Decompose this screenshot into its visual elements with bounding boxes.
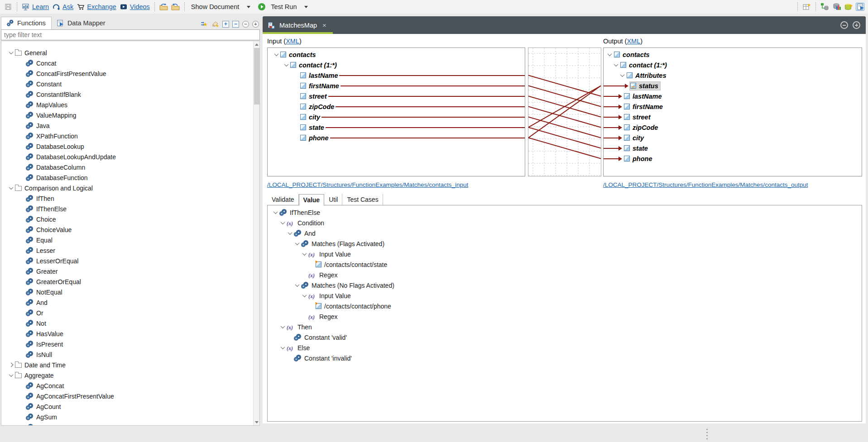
- perspective-icon[interactable]: [856, 3, 864, 11]
- chevron-icon[interactable]: [286, 230, 294, 237]
- value-tree-row[interactable]: Regex: [268, 270, 862, 280]
- expand-all-icon[interactable]: +: [222, 21, 229, 28]
- output-node-row[interactable]: lastName: [604, 91, 862, 101]
- zoom-out-icon[interactable]: −: [242, 21, 249, 28]
- value-tree-row[interactable]: Constant 'valid': [268, 332, 862, 342]
- output-node-row[interactable]: city: [604, 133, 862, 143]
- function-tree-row[interactable]: XPathFunction: [1, 131, 259, 141]
- chevron-icon[interactable]: [605, 51, 614, 58]
- output-node-row[interactable]: status: [604, 81, 862, 91]
- collapse-all-icon[interactable]: −: [232, 21, 239, 28]
- test-run-dropdown-icon[interactable]: [304, 6, 308, 8]
- zoom-in-icon[interactable]: +: [252, 21, 259, 28]
- function-tree-row[interactable]: AgCount: [1, 401, 259, 412]
- output-node-row[interactable]: state: [604, 143, 862, 153]
- input-node-row[interactable]: street: [268, 91, 525, 101]
- new-database-icon[interactable]: ★: [844, 3, 853, 11]
- value-tree-row[interactable]: Condition: [268, 218, 862, 228]
- output-node-row[interactable]: phone: [604, 153, 862, 164]
- value-tree-row[interactable]: And: [268, 228, 862, 238]
- output-node-row[interactable]: contact (1:*): [604, 60, 862, 70]
- scroll-up-icon[interactable]: [254, 41, 260, 48]
- save-icon[interactable]: [4, 3, 12, 11]
- mapping-line[interactable]: [328, 96, 525, 97]
- bottom-tab[interactable]: Validate: [267, 194, 299, 205]
- mapping-line[interactable]: [330, 138, 525, 138]
- function-tree-row[interactable]: ChoiceValue: [1, 224, 259, 235]
- function-tree-row[interactable]: Concat: [1, 58, 259, 68]
- chevron-icon[interactable]: [7, 361, 15, 369]
- chevron-icon[interactable]: [271, 209, 279, 216]
- value-tree-row[interactable]: Constant 'invalid': [268, 353, 862, 363]
- mapping-arrow[interactable]: [604, 122, 622, 133]
- function-tree-row[interactable]: IfThenElse: [1, 204, 259, 214]
- show-document-button[interactable]: Show Document: [191, 3, 239, 10]
- function-tree-row[interactable]: General: [1, 48, 259, 58]
- mapping-arrow[interactable]: [604, 91, 622, 101]
- function-tree-row[interactable]: Aggregate: [1, 370, 259, 380]
- chevron-icon[interactable]: [612, 62, 620, 69]
- function-tree-row[interactable]: DatabaseFunction: [1, 172, 259, 183]
- test-run-button[interactable]: Test Run: [271, 3, 297, 10]
- function-tree-row[interactable]: ValueMapping: [1, 110, 259, 120]
- data-source-explorer-icon[interactable]: [820, 3, 829, 11]
- function-tree-row[interactable]: Or: [1, 308, 259, 318]
- chevron-icon[interactable]: [300, 251, 308, 258]
- value-tree-row[interactable]: Input Value: [268, 249, 862, 259]
- value-tree-row[interactable]: Input Value: [268, 290, 862, 301]
- value-tree-row[interactable]: Matches (No Flags Activated): [268, 280, 862, 290]
- mapping-arrow[interactable]: [604, 101, 622, 112]
- chevron-icon[interactable]: [278, 219, 287, 227]
- function-tree-row[interactable]: DatabaseLookupAndUpdate: [1, 152, 259, 162]
- function-tree-row[interactable]: AgConcat: [1, 380, 259, 391]
- filter-input[interactable]: [1, 29, 260, 40]
- bottom-tab[interactable]: Test Cases: [342, 194, 383, 205]
- chevron-icon[interactable]: [293, 240, 301, 247]
- folder-update-icon[interactable]: [159, 3, 168, 11]
- chevron-icon[interactable]: [618, 72, 626, 79]
- function-tree-row[interactable]: Lesser: [1, 245, 259, 256]
- output-node-row[interactable]: Attributes: [604, 70, 862, 81]
- output-node-row[interactable]: firstName: [604, 101, 862, 112]
- statusbar-drag-handle[interactable]: [706, 429, 708, 440]
- learn-link[interactable]: Learn: [22, 3, 49, 11]
- value-tree-row[interactable]: Else: [268, 342, 862, 353]
- function-tree-row[interactable]: Choice: [1, 214, 259, 224]
- function-tree-row[interactable]: ConcatFirstPresentValue: [1, 68, 259, 79]
- function-tree-row[interactable]: IsPresent: [1, 339, 259, 349]
- input-xml-link[interactable]: XML: [286, 38, 299, 45]
- input-node-row[interactable]: contacts: [268, 49, 525, 60]
- mapping-canvas[interactable]: [528, 48, 601, 176]
- mapping-line[interactable]: [326, 127, 525, 128]
- function-tree-row[interactable]: Comparison and Logical: [1, 183, 259, 193]
- ask-link[interactable]: Ask: [52, 3, 73, 11]
- input-node-row[interactable]: city: [268, 112, 525, 122]
- mapping-arrow[interactable]: [604, 112, 622, 122]
- input-structure-link[interactable]: /LOCAL_PROJECT/Structures/FunctionExampl…: [267, 181, 468, 188]
- new-report-icon[interactable]: ★: [802, 3, 811, 11]
- show-document-dropdown-icon[interactable]: [247, 6, 250, 8]
- function-tree-row[interactable]: Not: [1, 318, 259, 328]
- test-run-icon[interactable]: [257, 3, 266, 11]
- tab-matchesmap[interactable]: MatchesMap ×: [263, 16, 333, 34]
- maximize-icon[interactable]: [853, 21, 860, 29]
- mapping-arrow[interactable]: [604, 81, 628, 91]
- value-tree-row[interactable]: IfThenElse: [268, 207, 862, 218]
- input-node-row[interactable]: zipCode: [268, 101, 525, 112]
- chevron-icon[interactable]: [278, 344, 287, 352]
- chevron-icon[interactable]: [278, 323, 287, 331]
- mapping-line[interactable]: [336, 106, 525, 107]
- input-node-row[interactable]: contact (1:*): [268, 60, 525, 70]
- chevron-icon[interactable]: [282, 62, 290, 69]
- folder-commit-icon[interactable]: [171, 3, 180, 11]
- tab-data-mapper[interactable]: Data Mapper: [52, 17, 111, 29]
- chevron-icon[interactable]: [7, 185, 15, 192]
- output-node-row[interactable]: contacts: [604, 49, 862, 60]
- chevron-icon[interactable]: [7, 372, 15, 379]
- value-tree-row[interactable]: Matches (Flags Activated): [268, 238, 862, 249]
- function-tree-row[interactable]: Greater: [1, 266, 259, 276]
- function-tree-row[interactable]: HasValue: [1, 328, 259, 339]
- tab-functions[interactable]: Functions: [1, 17, 52, 29]
- close-tab-icon[interactable]: ×: [322, 21, 326, 29]
- bottom-tab[interactable]: Util: [324, 194, 342, 205]
